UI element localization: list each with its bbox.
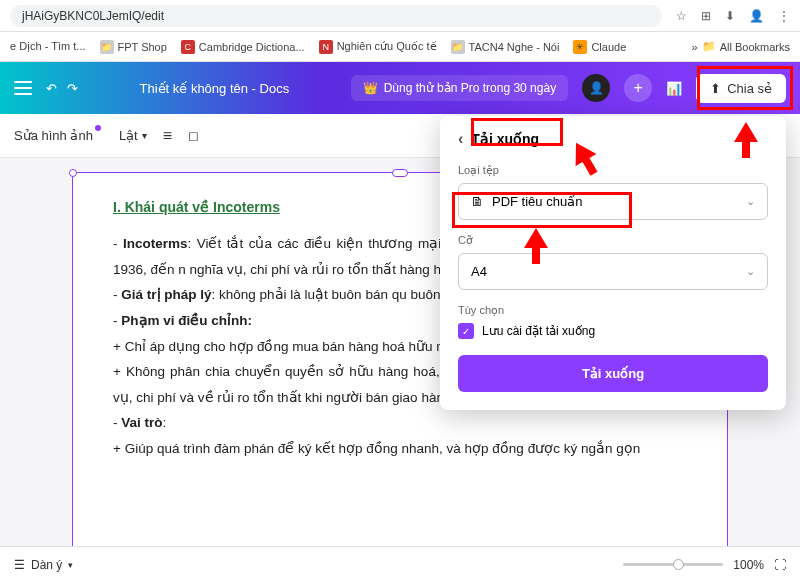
zoom-value[interactable]: 100%	[733, 558, 764, 572]
file-type-select[interactable]: 🗎 PDF tiêu chuẩn ⌄	[458, 183, 768, 220]
align-button[interactable]: ≡	[163, 127, 172, 145]
bookmarks-bar: e Dịch - Tìm t... 📁FPT Shop CCambridge D…	[0, 32, 800, 62]
upload-icon: ⬆	[710, 81, 721, 96]
redo-icon[interactable]: ↷	[67, 81, 78, 96]
analytics-icon[interactable]: 📊	[666, 81, 682, 96]
back-icon[interactable]: ‹	[458, 130, 463, 148]
bookmark-item[interactable]: ✳Claude	[573, 40, 626, 54]
panel-title: Tải xuống	[471, 131, 539, 147]
resize-handle[interactable]	[392, 169, 408, 177]
star-icon[interactable]: ☆	[676, 9, 687, 23]
bookmark-item[interactable]: e Dịch - Tìm t...	[10, 40, 86, 53]
favicon: C	[181, 40, 195, 54]
user-avatar[interactable]: 👤	[582, 74, 610, 102]
document-title[interactable]: Thiết kế không tên - Docs	[92, 81, 337, 96]
flip-button[interactable]: Lật▾	[119, 128, 147, 143]
save-settings-label: Lưu cài đặt tải xuống	[482, 324, 595, 338]
crop-button[interactable]: ◻	[188, 128, 199, 143]
zoom-slider[interactable]	[623, 563, 723, 566]
browser-url-bar: jHAiGyBKNC0LJemIQ/edit ☆ ⊞ ⬇ 👤 ⋮	[0, 0, 800, 32]
download-icon[interactable]: ⬇	[725, 9, 735, 23]
crown-icon: 👑	[363, 81, 378, 95]
bookmark-item[interactable]: NNghiên cứu Quốc tế	[319, 40, 437, 54]
profile-icon[interactable]: 👤	[749, 9, 764, 23]
try-pro-button[interactable]: 👑 Dùng thử bản Pro trong 30 ngày	[351, 75, 568, 101]
folder-icon: 📁	[100, 40, 114, 54]
file-type-label: Loại tệp	[458, 164, 768, 177]
list-icon: ☰	[14, 558, 25, 572]
share-button[interactable]: ⬆ Chia sẻ	[696, 74, 786, 103]
menu-button[interactable]	[14, 81, 32, 95]
download-button[interactable]: Tải xuống	[458, 355, 768, 392]
save-settings-checkbox[interactable]: ✓	[458, 323, 474, 339]
doc-paragraph[interactable]: + Giúp quá trình đàm phán để ký kết hợp …	[113, 436, 687, 462]
fullscreen-icon[interactable]: ⛶	[774, 558, 786, 572]
chevron-down-icon: ⌄	[746, 195, 755, 208]
download-panel: ‹ Tải xuống Loại tệp 🗎 PDF tiêu chuẩn ⌄ …	[440, 116, 786, 410]
favicon: ✳	[573, 40, 587, 54]
chevron-right-icon: »	[692, 41, 698, 53]
resize-handle[interactable]	[69, 169, 77, 177]
bookmark-item[interactable]: CCambridge Dictiona...	[181, 40, 305, 54]
extensions-icon[interactable]: ⊞	[701, 9, 711, 23]
size-label: Cỡ	[458, 234, 768, 247]
chevron-down-icon: ▾	[68, 560, 73, 570]
undo-icon[interactable]: ↶	[46, 81, 57, 96]
folder-icon: 📁	[451, 40, 465, 54]
menu-icon[interactable]: ⋮	[778, 9, 790, 23]
edit-image-button[interactable]: Sửa hình ảnh	[14, 128, 103, 143]
bookmark-item[interactable]: 📁TACN4 Nghe - Nói	[451, 40, 560, 54]
size-select[interactable]: A4 ⌄	[458, 253, 768, 290]
chevron-down-icon: ⌄	[746, 265, 755, 278]
favicon: N	[319, 40, 333, 54]
folder-icon: 📁	[702, 40, 716, 53]
outline-button[interactable]: ☰ Dàn ý ▾	[14, 558, 73, 572]
bottom-bar: ☰ Dàn ý ▾ 100% ⛶	[0, 546, 800, 582]
canva-header: ↶ ↷ Thiết kế không tên - Docs 👑 Dùng thử…	[0, 62, 800, 114]
options-label: Tùy chọn	[458, 304, 768, 317]
bookmark-item[interactable]: 📁FPT Shop	[100, 40, 167, 54]
doc-paragraph[interactable]: - Vai trò:	[113, 410, 687, 436]
add-button[interactable]: +	[624, 74, 652, 102]
file-icon: 🗎	[471, 194, 484, 209]
all-bookmarks[interactable]: » 📁 All Bookmarks	[692, 40, 790, 53]
url-field[interactable]: jHAiGyBKNC0LJemIQ/edit	[10, 5, 662, 27]
